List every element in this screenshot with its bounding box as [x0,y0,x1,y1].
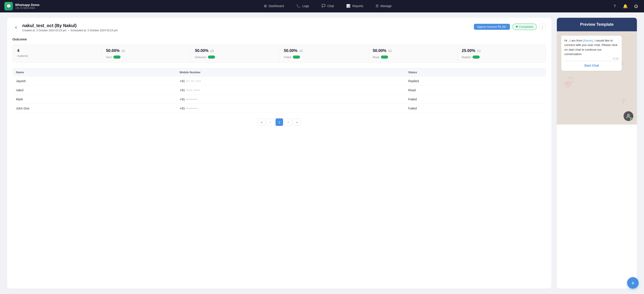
page-header: nakul_test_oct (By Nakul) Created at: 3 … [12,23,546,32]
chat-nav-icon [322,4,326,8]
chat-background: ⭐ ✉ 📷 🎵 📍 ❤️ Hi , I am from [Name], I wo… [557,31,637,125]
failed-toggle [293,55,300,59]
audience-label: Audience [17,54,97,57]
nav-manage[interactable]: ☰ Manage [369,0,398,12]
row-status: Read [405,86,546,95]
scheduled-at: 3 October 2024 03:24 pm [88,29,118,32]
fab-button[interactable]: + [627,277,639,289]
content-area: nakul_test_oct (By Nakul) Created at: 3 … [7,18,552,289]
col-status: Status [405,68,546,77]
delivered-inline: 50.00% (2) [195,48,275,53]
data-table: Name Mobile Number Status Jayesh +91 •••… [12,68,546,113]
failed-count: (2) [299,49,303,52]
read-label: Read [373,56,379,59]
preview-panel: Preview Template ⭐ ✉ 📷 🎵 📍 ❤️ Hi , I am … [557,18,637,289]
preview-body: ⭐ ✉ 📷 🎵 📍 ❤️ Hi , I am from [Name], I wo… [557,31,637,125]
failed-percent: 50.00% [284,48,297,53]
table-row[interactable]: John Doe +91 ••••••••• Failed [12,104,546,113]
pagination: « ‹ 1 › » [12,118,546,126]
row-name: John Doe [12,104,176,113]
notifications-icon[interactable]: 🔔 [622,3,629,10]
nav-reports[interactable]: 📊 Reports [340,0,369,12]
table-row[interactable]: Mark +91 ••••••••• Failed [12,95,546,104]
sent-label: Sent [106,56,112,59]
stat-audience: 4 Audience [13,45,102,62]
fab-icon: + [631,280,634,287]
row-name: nakul [12,86,176,95]
replied-toggle [472,55,480,59]
row-mobile: +91 ••••••••• [176,104,405,113]
failed-inline: 50.00% (2) [284,48,364,53]
brand-phone: +91 22 6819 9483 [15,7,40,9]
col-name: Name [12,68,176,77]
row-mobile: +91 ••• ••• •••• [176,77,405,86]
read-percent: 50.00% [373,48,386,53]
deco-1: ⭐ [621,33,630,42]
audience-value: 4 [17,48,97,53]
page-title: nakul_test_oct (By Nakul) [22,23,118,28]
message-timestamp: 13:58 [564,57,619,60]
nav-dashboard-label: Dashboard [269,4,284,8]
header-meta: Created at: 3 October 2024 03:23 pm • Sc… [22,29,118,32]
nav-dashboard[interactable]: ⊞ Dashboard [258,0,290,12]
delivered-percent: 50.00% [195,48,208,53]
row-mobile: +91 ••••• ••••• [176,86,405,95]
sent-inline: 50.00% (2) [106,48,186,53]
pagination-prev[interactable]: ‹ [267,118,274,126]
deco-4: 🎵 [566,76,574,84]
whatsapp-icon: 💬 [6,4,11,9]
replied-count: (1) [477,49,480,52]
nav-chat[interactable]: Chat [315,0,340,12]
status-label: Completed [519,25,533,28]
start-chat-button[interactable]: Start Chat [564,62,619,68]
read-label-row: Read [373,54,452,59]
row-status: Failed [405,104,546,113]
pagination-current[interactable]: 1 [276,118,283,126]
back-button[interactable] [12,24,20,31]
brand-icon: 💬 [4,2,13,10]
header-right: Approx Amount ₹0.26/- Completed ⋮ [474,23,546,30]
help-icon[interactable]: ? [611,3,618,10]
nav-right: ? 🔔 ⏻ [611,3,640,10]
main-content: nakul_test_oct (By Nakul) Created at: 3 … [0,12,644,294]
stat-sent: 50.00% (2) Sent [102,45,190,62]
delivered-toggle [208,55,215,59]
sent-label-row: Sent [106,54,186,59]
row-mobile: +91 ••••••••• [176,95,405,104]
pagination-first[interactable]: « [258,118,265,126]
nav-items: ⊞ Dashboard 📞 Logs Chat 📊 Reports ☰ Mana… [44,0,611,12]
online-indicator [630,118,633,121]
col-mobile: Mobile Number [176,68,405,77]
chat-message: Hi , I am from [Name], I would like to c… [564,38,619,56]
row-name: Jayesh [12,77,176,86]
stat-read: 50.00% (2) Read [368,45,457,62]
table-row[interactable]: Jayesh +91 ••• ••• •••• Replied [12,77,546,86]
svg-point-0 [628,114,629,116]
replied-inline: 25.00% (1) [462,48,542,53]
manage-icon: ☰ [376,4,378,8]
delivered-label: Delivered [195,56,206,59]
pagination-last[interactable]: » [293,118,301,126]
status-badge: Completed [512,23,537,30]
replied-percent: 25.00% [462,48,475,53]
table-row[interactable]: nakul +91 ••••• ••••• Read [12,86,546,95]
nav-logs[interactable]: 📞 Logs [290,0,315,12]
sent-percent: 50.00% [106,48,120,53]
header-title-block: nakul_test_oct (By Nakul) Created at: 3 … [22,23,118,32]
preview-header: Preview Template [557,18,637,31]
name-placeholder: [Name] [583,39,593,42]
delivered-label-row: Delivered [195,54,275,59]
sent-count: (2) [122,49,125,52]
agent-avatar [624,111,633,121]
more-options-button[interactable]: ⋮ [539,23,546,30]
created-at: 3 October 2024 03:23 pm [36,29,66,32]
power-icon[interactable]: ⏻ [632,3,640,10]
stat-replied: 25.00% (1) Replied [457,45,546,62]
row-status: Replied [405,77,546,86]
scheduled-label: Scheduled at: [70,29,86,32]
nav-logs-label: Logs [302,4,309,8]
amount-badge: Approx Amount ₹0.26/- [474,24,510,30]
section-title: Outcome [12,37,546,41]
nav-reports-label: Reports [352,4,363,8]
pagination-next[interactable]: › [284,118,292,126]
